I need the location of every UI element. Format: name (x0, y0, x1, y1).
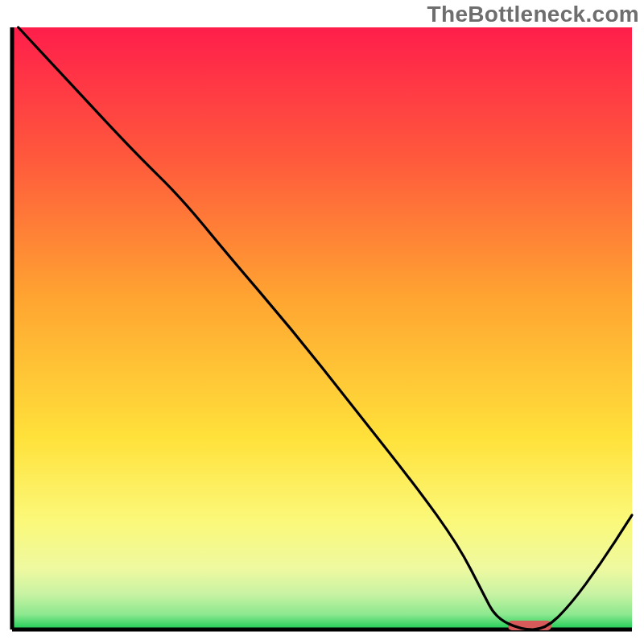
chart-svg (0, 0, 644, 644)
gradient-background (12, 27, 632, 630)
watermark-text: TheBottleneck.com (427, 2, 639, 27)
chart-root: TheBottleneck.com (0, 0, 644, 644)
